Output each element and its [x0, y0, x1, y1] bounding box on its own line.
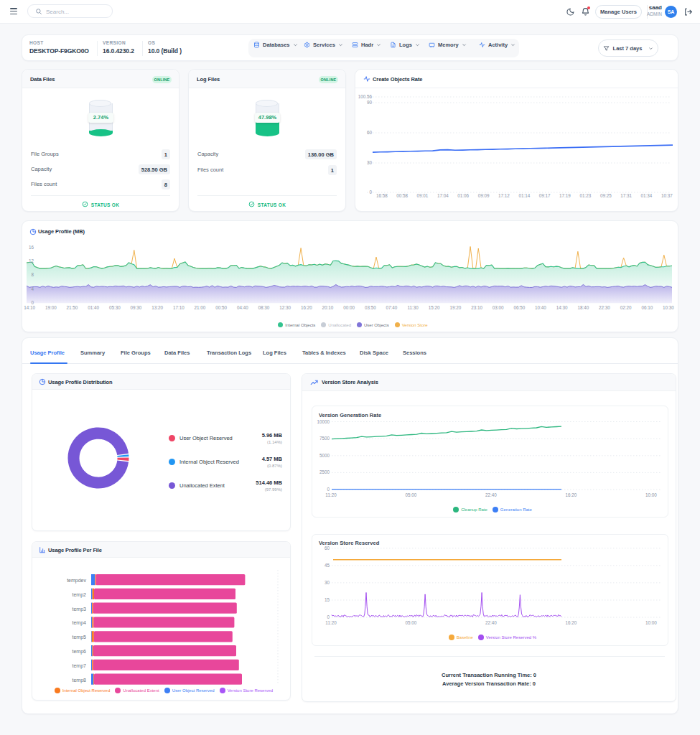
- svg-text:21:50: 21:50: [67, 305, 78, 310]
- svg-text:12:30: 12:30: [279, 305, 291, 310]
- svg-text:19:20: 19:20: [450, 305, 462, 310]
- svg-text:45: 45: [325, 563, 330, 568]
- svg-text:06:50: 06:50: [514, 305, 526, 310]
- svg-text:14:30: 14:30: [556, 305, 568, 310]
- svg-text:2500: 2500: [319, 469, 330, 474]
- svg-text:30: 30: [325, 580, 330, 585]
- svg-text:5000: 5000: [319, 453, 330, 458]
- svg-text:temp6: temp6: [73, 649, 87, 655]
- svg-text:10:00: 10:00: [645, 620, 657, 625]
- svg-text:15:20: 15:20: [429, 305, 440, 310]
- svg-text:07:40: 07:40: [386, 305, 398, 310]
- svg-text:16:58: 16:58: [376, 193, 388, 198]
- svg-text:temp5: temp5: [73, 635, 87, 640]
- svg-text:10:37: 10:37: [661, 193, 673, 198]
- svg-text:4: 4: [31, 286, 34, 291]
- svg-text:09:01: 09:01: [417, 193, 429, 198]
- svg-text:09:09: 09:09: [478, 193, 490, 198]
- svg-text:temp2: temp2: [73, 592, 87, 598]
- svg-text:60: 60: [367, 130, 373, 135]
- svg-text:00:58: 00:58: [396, 193, 408, 198]
- svg-text:00:00: 00:00: [343, 305, 355, 310]
- svg-text:12: 12: [29, 258, 34, 263]
- svg-text:17:12: 17:12: [498, 193, 510, 198]
- svg-text:10000: 10000: [317, 419, 330, 424]
- svg-text:0: 0: [327, 614, 330, 619]
- svg-text:11:20: 11:20: [325, 620, 337, 625]
- svg-text:11:30: 11:30: [407, 305, 419, 310]
- svg-text:0: 0: [327, 487, 330, 492]
- svg-text:11:20: 11:20: [325, 492, 337, 497]
- svg-text:17:04: 17:04: [437, 193, 449, 198]
- svg-text:8: 8: [31, 272, 34, 277]
- svg-text:03:00: 03:00: [493, 305, 504, 310]
- svg-text:05:00: 05:00: [406, 492, 417, 497]
- svg-text:30: 30: [367, 160, 373, 165]
- svg-text:09:25: 09:25: [600, 193, 612, 198]
- svg-text:13:20: 13:20: [151, 305, 163, 310]
- svg-text:23:10: 23:10: [471, 305, 482, 310]
- svg-text:22:30: 22:30: [599, 305, 610, 310]
- svg-text:02:20: 02:20: [620, 305, 632, 310]
- svg-text:0: 0: [31, 300, 34, 305]
- svg-text:06:10: 06:10: [641, 305, 653, 310]
- svg-text:temp8: temp8: [73, 678, 87, 683]
- svg-text:01:34: 01:34: [641, 193, 653, 198]
- svg-text:17:10: 17:10: [173, 305, 185, 310]
- svg-text:90: 90: [367, 100, 373, 105]
- svg-text:14:10: 14:10: [24, 305, 35, 310]
- svg-text:01:40: 01:40: [88, 305, 99, 310]
- svg-text:04:40: 04:40: [237, 305, 248, 310]
- svg-text:20:10: 20:10: [322, 305, 334, 310]
- svg-text:08:30: 08:30: [258, 305, 270, 310]
- svg-text:17:19: 17:19: [559, 193, 571, 198]
- svg-text:22:40: 22:40: [485, 620, 497, 625]
- svg-text:01:14: 01:14: [518, 193, 530, 198]
- svg-text:16:20: 16:20: [566, 492, 577, 497]
- svg-text:0: 0: [369, 189, 372, 195]
- svg-text:17:31: 17:31: [620, 193, 632, 198]
- svg-text:temp4: temp4: [73, 620, 87, 626]
- svg-text:7500: 7500: [319, 436, 330, 441]
- svg-text:09:30: 09:30: [131, 305, 142, 310]
- svg-text:05:30: 05:30: [109, 305, 121, 310]
- svg-text:00:50: 00:50: [215, 305, 227, 310]
- svg-text:10:00: 10:00: [645, 492, 657, 497]
- svg-text:09:17: 09:17: [539, 193, 551, 198]
- svg-text:19:00: 19:00: [45, 305, 57, 310]
- svg-text:tempdev: tempdev: [67, 578, 86, 584]
- svg-text:22:40: 22:40: [485, 492, 497, 497]
- svg-text:60: 60: [325, 546, 330, 551]
- svg-text:temp7: temp7: [73, 663, 87, 669]
- svg-text:03:50: 03:50: [365, 305, 376, 310]
- svg-text:18:40: 18:40: [578, 305, 589, 310]
- svg-text:10:40: 10:40: [535, 305, 546, 310]
- svg-text:05:00: 05:00: [406, 620, 417, 625]
- svg-text:10:30: 10:30: [663, 305, 674, 310]
- svg-text:16: 16: [29, 245, 34, 250]
- svg-text:21:00: 21:00: [195, 305, 206, 310]
- svg-text:temp3: temp3: [73, 607, 87, 612]
- svg-text:01:06: 01:06: [457, 193, 469, 198]
- svg-text:100.56: 100.56: [358, 94, 373, 99]
- svg-text:16:20: 16:20: [566, 620, 577, 625]
- svg-text:16:20: 16:20: [301, 305, 312, 310]
- svg-text:15: 15: [325, 597, 330, 602]
- svg-text:01:23: 01:23: [580, 193, 592, 198]
